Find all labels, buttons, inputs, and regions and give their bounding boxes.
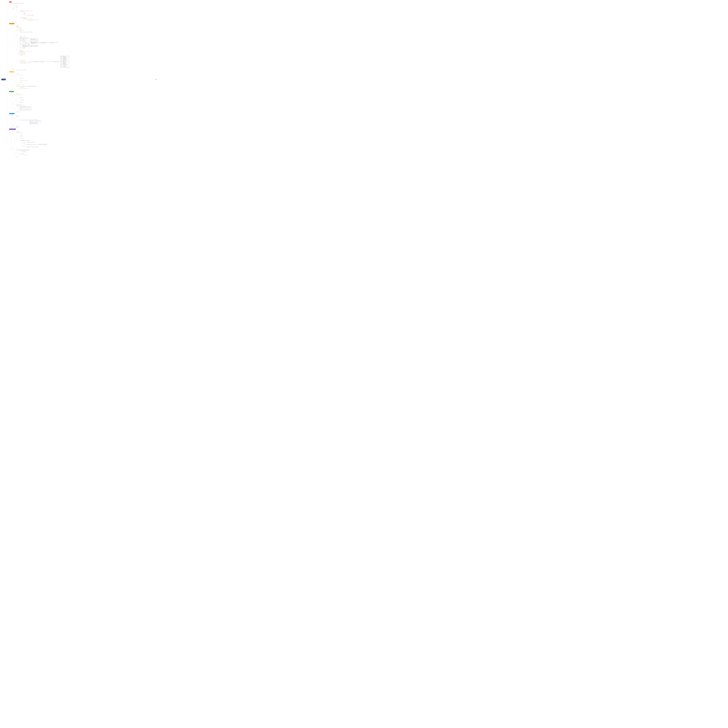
n: off_t off = lseek(fd, 0, SEEK_CUR); retu… [23, 154, 28, 155]
td: 使用 O_CREAT 时，必须在 open 函数第三个参数 mode_t mod… [31, 42, 38, 44]
n: 如果写入出错，则返回-1 [16, 89, 20, 90]
section-3: 3、写文件：write()函数 [9, 71, 14, 72]
n: 这种保障机制对于某些程序非常有用以依赖此功能来关闭文件。 [29, 122, 42, 122]
n: 即，写偏移量佳佳不可以，可以通过 lseek 系统调用进行设置 [20, 88, 29, 89]
code: int close(int fd); [16, 116, 18, 117]
n: 文件访问模式标志以及其它文件相关标志 [20, 37, 26, 37]
n: 如果此数字小于 count 参数，这不是错误，譬如磁盘空间已满，可能会发生这种情… [16, 86, 28, 87]
n: 使用 ls 命令来查看到文件所对应的权限 [20, 54, 26, 55]
n: 在Linux系统中，当进程被正常、非正常的终止或退出时，内核会自动关闭进程所打开… [29, 121, 42, 122]
box: 可变参函数 [30, 32, 33, 32]
n: 文件描述符是有限资源，不再需要时应该将其释放并归还系统。 [29, 120, 42, 121]
n: 成功将返回读取到实际读取到的字节数 [16, 104, 22, 105]
n: 但在内核自动关闭前依赖此功能来关闭文件不是个好手段。 [29, 122, 42, 123]
n: 3个2 进制等整型组成 [20, 55, 23, 56]
n: Linux 系统下，一切皆文件 [13, 22, 17, 23]
n: 文件描述符，需要关闭的文件所对应的文件描述符 [20, 120, 27, 121]
td: O_CREAT [20, 42, 23, 44]
n: 一个非负整数 [23, 13, 25, 14]
code: off_t lseek(int fd, off_t offset, int wh… [16, 133, 22, 133]
td: sticky（特殊权限） [63, 66, 69, 67]
n: 文件描述符，指定目标文件 [20, 98, 24, 98]
n: 指定新建文件的访问权限 [20, 50, 23, 50]
n: 错误将返回-1 [16, 156, 18, 157]
main-tree: 1、概念 文件 I/O（input/output），指的是对文件的输入/输出操作… [6, 1, 70, 158]
n: pathname [16, 34, 18, 35]
n: 默认从偏移量0的位置写入数据 [20, 87, 24, 88]
td: 此标志一般结合 O_CREAT 标志一起使用，用于专门创建文件。在 flags … [22, 45, 30, 47]
n: 当前文件位置偏移量已经到了文件末尾，此时 read 将返回等同于实际读取字节数 … [20, 106, 32, 107]
td: 如果 pathname 参数指向的不是一个目录，则调用 open 失败 [22, 44, 30, 45]
n: O---这 3 个 bit 位用于表示其他用户的权限 [20, 60, 30, 61]
n: 指定用于存储读取数据的缓冲区 [20, 100, 24, 101]
n: 指定需要读取的字节数 [20, 102, 23, 102]
n: 指定以那种模式打开一个标志，也可以通过位或组合多个 [20, 37, 28, 38]
n: 如果失败则返回-1 [16, 127, 19, 128]
n: U---这 3 个 bit 位用于表示文件所属用户的权限，即文件或目录的所属者 [20, 62, 30, 63]
n: off_t off = lseek(fd, 0, SEEK_END); retu… [23, 151, 28, 153]
n: S---这 3 个 bit 位用于表示文件的特殊权限 [20, 63, 30, 64]
n: 当请求读取的数据大于文件剩余的字节数时，只会读取到实际的文件剩余字节数，而不会返… [20, 108, 32, 109]
perm-table: 宏定义说明S_IRUSR允许文件所属者读文件S_IWUSR允许文件所属者写文件S… [60, 56, 70, 67]
n: 文件 I/O（input/output），指的是对文件的输入/输出操作，即对文件… [13, 3, 24, 3]
n: 通过 chmod 命令对文件进行权限修改 [20, 53, 25, 54]
n: 打开文件 [16, 5, 18, 6]
right-box: 系统调用 [155, 79, 157, 80]
n: 文件描述符，指定目标文件 [20, 78, 24, 78]
n: 指定写入的字节数 [20, 82, 23, 83]
n: 如果成功将返回写入的字节数（0 表示未写入任何字节） [16, 85, 24, 86]
n: 用于创建文件 [20, 31, 22, 31]
td: 这三者是互斥的，不能同时设置，只能选择其中一个作为 flags 参数中必须包含这… [31, 39, 38, 40]
code: ssize_t write(int fd, const void *buf, s… [16, 75, 23, 75]
td: O_RDWR [20, 41, 23, 42]
nofollow-table: O_NOFOLLOW如果 pathname 参数指向的是一个符号链接，将不对其进… [39, 42, 58, 43]
n: 如果成功返回 0 [16, 126, 18, 127]
section-4: 4、读文件：read()函数 [9, 91, 14, 92]
td: O_DIRECTORY [20, 44, 23, 45]
n: G---这 3 个 bit 位用于表示同组用户的权限 [20, 61, 30, 62]
td: 以只读方式打开文件 [22, 39, 30, 40]
code: #include <unistd.h> [16, 73, 19, 74]
box: 提示 [27, 119, 29, 121]
td: S_ISVTX [60, 66, 63, 67]
n: 只有当 flags 参数中包含 O_CREAT 或 O_TMPFILE 标志时才… [20, 51, 32, 52]
code: #include <unistd.h> [16, 115, 19, 116]
sugo: O O O O S U G O [20, 60, 30, 60]
n: 文件句柄 [23, 12, 24, 12]
n: 成功将返回从文件头部开始算起的位置偏移量（字节为单位） [16, 150, 25, 150]
section-1: 1、概念 [9, 2, 12, 3]
code: #include <unistd.h> [16, 93, 19, 94]
root-node: 文件I/O基础 [2, 79, 6, 80]
n: 在 open函数执行成功的情况下，会返回一个非负整数，该返回值就是一个文件描述符… [20, 10, 32, 11]
td: O_EXCL [20, 45, 23, 47]
box: 按照 rwx（读、写、执行）整体来分配权限（1 权限的组合） [31, 61, 40, 62]
code: #include <sys/types.h> #include <sys/sta… [16, 25, 20, 27]
box: 读写操作也可以越过文件的大小，即不能指向文件头部 [39, 144, 47, 145]
n: 即程序中所有的文件操作通过文件描述符进行索引 [27, 15, 34, 15]
td: 如果 pathname 参数指向的文件不存在则创建此文件 [22, 42, 30, 44]
box: 可以直接使用 Linux 中已经定义好的宏 [54, 61, 60, 62]
section-2: 2、打开文件：open()函数 [9, 23, 14, 24]
n: 文件描述符，指定文件 [20, 136, 23, 136]
code: ssize_t read(int fd, void *buf, size_t c… [16, 94, 23, 95]
td [31, 44, 38, 45]
n: 如果写入出错，则返回-1 [16, 112, 20, 112]
mindmap-root: 文件I/O基础 1、概念 文件 I/O（input/output），指的是对文件… [0, 0, 158, 159]
n: 读写偏移量将指向 offset 字节位置处（从文件头部开始算） [27, 142, 35, 142]
section-5: 5、关闭文件：close()函数 [9, 113, 15, 114]
n: 这些宏既可以单独使用，也可以通过位或运算将多个宏组合在一起 [60, 67, 70, 68]
n: 成功将返回文件描述符，文件描述符是一个非负整数；失败将返回-1 [16, 70, 26, 70]
n: 关闭文件 [16, 7, 18, 8]
th: O_NOFOLLOW [39, 42, 42, 43]
n: 读写偏移量将指向当前位置偏移量 + offset 字节位置处，offset 可以… [27, 144, 38, 145]
code: #include <sys/types.h> #include <unistd.… [16, 131, 20, 132]
n: 需写入数据对应的缓冲区，即将缓冲区内数据写入到文件中 [20, 80, 28, 81]
td: 如 O_RDONLY 标志，就表示以只读方式打开文件，不能设置写操作 [31, 41, 38, 42]
section-6: 6、调整读写位置偏移：lseek()函数 [9, 128, 16, 130]
flags-table: 标志用途说明O_RDONLY以只读方式打开文件这三者是互斥的，不能同时设置，只能… [20, 38, 38, 47]
n: 显式关闭不再需要的文件往往是良好的习惯对可读性和可靠性。 [29, 124, 42, 124]
n: 偏移量，以字节为单位 [20, 138, 23, 139]
n: 举例：如果在文件末尾之前仅有 30 个字节数据，而要求读取 100 个字节，则 … [20, 109, 32, 111]
td: 可以用于测试一个文件是否存在，如果不存在则创建此文件，如果存在则返回错误，这使得… [31, 45, 38, 47]
td: 如果 pathname 参数指向的是一个符号链接，将不对其进行解引用，直接返回错… [42, 42, 50, 43]
